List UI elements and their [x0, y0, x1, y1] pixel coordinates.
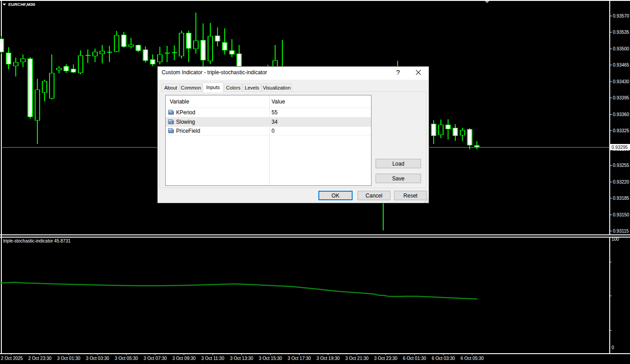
svg-text:3 Oct 01:30: 3 Oct 01:30 — [57, 356, 81, 361]
svg-text:3 Oct 13:30: 3 Oct 13:30 — [230, 356, 254, 361]
svg-text:0.93360: 0.93360 — [613, 112, 630, 117]
svg-text:6 Oct 03:30: 6 Oct 03:30 — [432, 356, 455, 361]
svg-text:0.93535: 0.93535 — [613, 30, 630, 35]
svg-text:100: 100 — [612, 237, 619, 242]
svg-text:3 Oct 21:30: 3 Oct 21:30 — [345, 356, 369, 361]
svg-text:3 Oct 17:30: 3 Oct 17:30 — [288, 356, 311, 361]
svg-text:0.93295: 0.93295 — [612, 145, 628, 150]
svg-text:0.93220: 0.93220 — [613, 180, 630, 184]
svg-text:triple-stochastic-indicator 45: triple-stochastic-indicator 45.8731 — [3, 238, 71, 243]
svg-text:6 Oct 05:30: 6 Oct 05:30 — [461, 356, 484, 361]
svg-text:0.93500: 0.93500 — [613, 46, 630, 51]
svg-text:0.93325: 0.93325 — [613, 128, 630, 133]
svg-text:0.93150: 0.93150 — [613, 212, 630, 217]
svg-text:0.93570: 0.93570 — [613, 13, 630, 18]
svg-text:2 Oct 23:30: 2 Oct 23:30 — [28, 356, 52, 361]
svg-text:3 Oct 09:30: 3 Oct 09:30 — [172, 356, 196, 361]
svg-text:0.93430: 0.93430 — [613, 79, 630, 84]
svg-text:0.93115: 0.93115 — [613, 229, 629, 234]
svg-text:0.93465: 0.93465 — [613, 63, 630, 67]
svg-text:123: 123 — [168, 121, 174, 124]
svg-text:0.93255: 0.93255 — [613, 163, 630, 168]
svg-text:3 Oct 23:30: 3 Oct 23:30 — [374, 356, 398, 361]
svg-text:0: 0 — [612, 345, 614, 350]
svg-text:3 Oct 05:30: 3 Oct 05:30 — [115, 356, 138, 361]
svg-text:EURCHF,M30: EURCHF,M30 — [9, 2, 36, 7]
svg-text:123: 123 — [168, 111, 174, 114]
svg-text:3 Oct 11:30: 3 Oct 11:30 — [201, 356, 224, 361]
svg-text:0.93185: 0.93185 — [613, 196, 630, 201]
svg-text:3 Oct 07:30: 3 Oct 07:30 — [144, 356, 167, 361]
svg-text:123: 123 — [168, 130, 174, 133]
svg-text:3 Oct 19:30: 3 Oct 19:30 — [317, 356, 340, 361]
svg-text:6 Oct 01:30: 6 Oct 01:30 — [403, 356, 426, 361]
svg-text:0.93395: 0.93395 — [613, 95, 630, 100]
svg-text:2 Oct 2025: 2 Oct 2025 — [1, 356, 23, 361]
svg-text:3 Oct 03:30: 3 Oct 03:30 — [86, 356, 109, 361]
svg-text:3 Oct 15:30: 3 Oct 15:30 — [259, 356, 282, 361]
